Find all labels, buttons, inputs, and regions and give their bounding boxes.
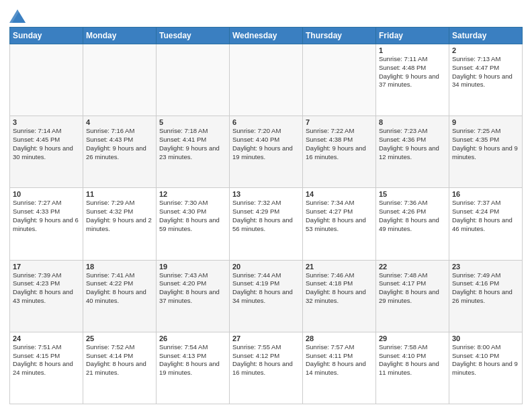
- day-info: Sunrise: 7:48 AM Sunset: 4:17 PM Dayligh…: [379, 271, 446, 306]
- calendar-week-1: 1Sunrise: 7:11 AM Sunset: 4:48 PM Daylig…: [10, 44, 523, 116]
- day-info: Sunrise: 7:52 AM Sunset: 4:14 PM Dayligh…: [86, 343, 153, 377]
- calendar-cell: 30Sunrise: 8:00 AM Sunset: 4:10 PM Dayli…: [449, 332, 523, 404]
- calendar-week-5: 24Sunrise: 7:51 AM Sunset: 4:15 PM Dayli…: [10, 332, 523, 404]
- day-info: Sunrise: 7:37 AM Sunset: 4:24 PM Dayligh…: [452, 199, 519, 233]
- calendar-week-2: 3Sunrise: 7:14 AM Sunset: 4:45 PM Daylig…: [10, 116, 523, 188]
- calendar-cell: 24Sunrise: 7:51 AM Sunset: 4:15 PM Dayli…: [10, 332, 83, 404]
- calendar-cell: 13Sunrise: 7:32 AM Sunset: 4:29 PM Dayli…: [230, 188, 303, 260]
- day-info: Sunrise: 7:54 AM Sunset: 4:13 PM Dayligh…: [159, 343, 226, 377]
- column-header-sunday: Sunday: [10, 28, 83, 44]
- day-info: Sunrise: 7:11 AM Sunset: 4:48 PM Dayligh…: [379, 55, 446, 89]
- day-number: 6: [232, 118, 300, 126]
- logo: [9, 9, 27, 23]
- day-number: 2: [452, 46, 519, 54]
- calendar-cell: 7Sunrise: 7:22 AM Sunset: 4:38 PM Daylig…: [303, 116, 376, 188]
- calendar-cell: 18Sunrise: 7:41 AM Sunset: 4:22 PM Dayli…: [83, 260, 157, 332]
- day-number: 5: [159, 118, 226, 126]
- header: [9, 7, 523, 23]
- calendar-cell: 21Sunrise: 7:46 AM Sunset: 4:18 PM Dayli…: [303, 260, 376, 332]
- calendar-cell: 2Sunrise: 7:13 AM Sunset: 4:47 PM Daylig…: [449, 44, 523, 116]
- day-info: Sunrise: 7:49 AM Sunset: 4:16 PM Dayligh…: [452, 271, 519, 306]
- day-info: Sunrise: 7:25 AM Sunset: 4:35 PM Dayligh…: [452, 127, 519, 161]
- day-info: Sunrise: 7:43 AM Sunset: 4:20 PM Dayligh…: [159, 271, 226, 306]
- calendar-cell: 26Sunrise: 7:54 AM Sunset: 4:13 PM Dayli…: [157, 332, 230, 404]
- day-number: 8: [379, 118, 446, 126]
- day-number: 18: [86, 263, 153, 271]
- day-number: 11: [86, 190, 153, 198]
- calendar-cell: 20Sunrise: 7:44 AM Sunset: 4:19 PM Dayli…: [230, 260, 303, 332]
- calendar-cell: 12Sunrise: 7:30 AM Sunset: 4:30 PM Dayli…: [157, 188, 230, 260]
- day-number: 24: [13, 334, 80, 342]
- day-info: Sunrise: 7:13 AM Sunset: 4:47 PM Dayligh…: [452, 55, 519, 89]
- calendar-table: SundayMondayTuesdayWednesdayThursdayFrid…: [9, 27, 523, 404]
- day-info: Sunrise: 8:00 AM Sunset: 4:10 PM Dayligh…: [452, 343, 519, 377]
- calendar-cell: 14Sunrise: 7:34 AM Sunset: 4:27 PM Dayli…: [303, 188, 376, 260]
- day-number: 9: [452, 118, 519, 126]
- calendar-cell: 25Sunrise: 7:52 AM Sunset: 4:14 PM Dayli…: [83, 332, 157, 404]
- day-number: 25: [86, 334, 153, 342]
- day-info: Sunrise: 7:58 AM Sunset: 4:10 PM Dayligh…: [379, 343, 446, 377]
- calendar-cell: 29Sunrise: 7:58 AM Sunset: 4:10 PM Dayli…: [376, 332, 449, 404]
- day-number: 19: [159, 263, 226, 271]
- day-number: 28: [306, 334, 373, 342]
- day-number: 29: [379, 334, 446, 342]
- day-info: Sunrise: 7:55 AM Sunset: 4:12 PM Dayligh…: [232, 343, 300, 377]
- calendar-cell: 4Sunrise: 7:16 AM Sunset: 4:43 PM Daylig…: [83, 116, 157, 188]
- calendar-cell: 28Sunrise: 7:57 AM Sunset: 4:11 PM Dayli…: [303, 332, 376, 404]
- day-info: Sunrise: 7:41 AM Sunset: 4:22 PM Dayligh…: [86, 271, 153, 306]
- day-number: 1: [379, 46, 446, 54]
- day-number: 16: [452, 190, 519, 198]
- calendar-week-3: 10Sunrise: 7:27 AM Sunset: 4:33 PM Dayli…: [10, 188, 523, 260]
- logo-icon: [9, 9, 26, 23]
- day-info: Sunrise: 7:57 AM Sunset: 4:11 PM Dayligh…: [306, 343, 373, 377]
- calendar-cell: 17Sunrise: 7:39 AM Sunset: 4:23 PM Dayli…: [10, 260, 83, 332]
- day-number: 30: [452, 334, 519, 342]
- day-number: 15: [379, 190, 446, 198]
- day-info: Sunrise: 7:34 AM Sunset: 4:27 PM Dayligh…: [306, 199, 373, 233]
- calendar-cell: [303, 44, 376, 116]
- day-info: Sunrise: 7:23 AM Sunset: 4:36 PM Dayligh…: [379, 127, 446, 161]
- day-number: 14: [306, 190, 373, 198]
- day-number: 20: [232, 263, 300, 271]
- column-header-tuesday: Tuesday: [157, 28, 230, 44]
- calendar-cell: [157, 44, 230, 116]
- day-number: 12: [159, 190, 226, 198]
- day-info: Sunrise: 7:14 AM Sunset: 4:45 PM Dayligh…: [13, 127, 80, 161]
- day-info: Sunrise: 7:27 AM Sunset: 4:33 PM Dayligh…: [13, 199, 80, 233]
- day-info: Sunrise: 7:36 AM Sunset: 4:26 PM Dayligh…: [379, 199, 446, 233]
- calendar-cell: 22Sunrise: 7:48 AM Sunset: 4:17 PM Dayli…: [376, 260, 449, 332]
- day-info: Sunrise: 7:51 AM Sunset: 4:15 PM Dayligh…: [13, 343, 80, 377]
- column-header-friday: Friday: [376, 28, 449, 44]
- column-header-monday: Monday: [83, 28, 157, 44]
- calendar-cell: 19Sunrise: 7:43 AM Sunset: 4:20 PM Dayli…: [157, 260, 230, 332]
- day-number: 10: [13, 190, 80, 198]
- page: SundayMondayTuesdayWednesdayThursdayFrid…: [0, 0, 532, 411]
- calendar-cell: 16Sunrise: 7:37 AM Sunset: 4:24 PM Dayli…: [449, 188, 523, 260]
- day-info: Sunrise: 7:16 AM Sunset: 4:43 PM Dayligh…: [86, 127, 153, 161]
- day-info: Sunrise: 7:22 AM Sunset: 4:38 PM Dayligh…: [306, 127, 373, 161]
- calendar-cell: 27Sunrise: 7:55 AM Sunset: 4:12 PM Dayli…: [230, 332, 303, 404]
- calendar-cell: 9Sunrise: 7:25 AM Sunset: 4:35 PM Daylig…: [449, 116, 523, 188]
- column-header-saturday: Saturday: [449, 28, 523, 44]
- calendar-cell: [230, 44, 303, 116]
- day-number: 22: [379, 263, 446, 271]
- day-info: Sunrise: 7:39 AM Sunset: 4:23 PM Dayligh…: [13, 271, 80, 306]
- day-info: Sunrise: 7:46 AM Sunset: 4:18 PM Dayligh…: [306, 271, 373, 306]
- day-number: 7: [306, 118, 373, 126]
- column-header-thursday: Thursday: [303, 28, 376, 44]
- calendar-cell: 3Sunrise: 7:14 AM Sunset: 4:45 PM Daylig…: [10, 116, 83, 188]
- day-number: 27: [232, 334, 300, 342]
- calendar-cell: 8Sunrise: 7:23 AM Sunset: 4:36 PM Daylig…: [376, 116, 449, 188]
- day-number: 3: [13, 118, 80, 126]
- calendar-cell: 15Sunrise: 7:36 AM Sunset: 4:26 PM Dayli…: [376, 188, 449, 260]
- day-info: Sunrise: 7:20 AM Sunset: 4:40 PM Dayligh…: [232, 127, 300, 161]
- day-info: Sunrise: 7:18 AM Sunset: 4:41 PM Dayligh…: [159, 127, 226, 161]
- calendar-cell: 6Sunrise: 7:20 AM Sunset: 4:40 PM Daylig…: [230, 116, 303, 188]
- calendar-cell: [83, 44, 157, 116]
- calendar-week-4: 17Sunrise: 7:39 AM Sunset: 4:23 PM Dayli…: [10, 260, 523, 332]
- calendar-cell: [10, 44, 83, 116]
- day-info: Sunrise: 7:32 AM Sunset: 4:29 PM Dayligh…: [232, 199, 300, 233]
- day-number: 23: [452, 263, 519, 271]
- calendar-cell: 5Sunrise: 7:18 AM Sunset: 4:41 PM Daylig…: [157, 116, 230, 188]
- day-number: 4: [86, 118, 153, 126]
